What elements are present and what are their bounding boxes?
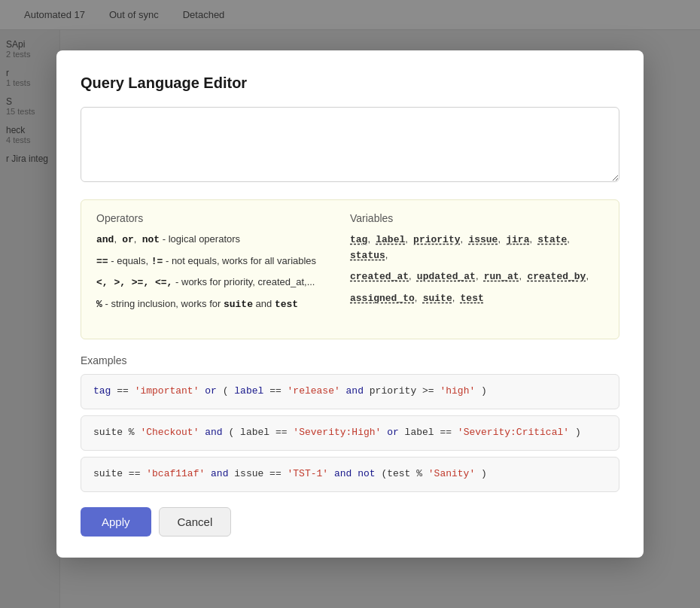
ex2-eq2: == — [440, 427, 457, 438]
reference-headers: Operators and, or, not - logical operato… — [96, 212, 604, 318]
modal-footer: Apply Cancel — [81, 507, 619, 537]
ex3-and2: and — [334, 468, 358, 479]
ex2-suite: suite — [93, 427, 123, 438]
op-compare-desc: - works for priority, created_at,... — [175, 276, 315, 287]
apply-button[interactable]: Apply — [81, 507, 151, 537]
ex3-hash: 'bcaf11af' — [146, 468, 205, 479]
var-state: state — [537, 234, 567, 245]
example-1: tag == 'important' or ( label == 'releas… — [81, 374, 619, 409]
ex2-checkout: 'Checkout' — [140, 427, 199, 438]
ex1-and: and — [346, 385, 370, 397]
ex1-eq1: == — [117, 385, 134, 397]
example-2: suite % 'Checkout' and ( label == 'Sever… — [81, 415, 619, 451]
op-and-text: and — [256, 298, 275, 309]
op-eq-desc: - equals, — [111, 255, 151, 266]
ex3-and1: and — [211, 468, 234, 479]
var-priority: priority — [413, 234, 460, 245]
ref-var-row-1: tag, label, priority, issue, jira, state… — [350, 232, 604, 263]
ex2-pct: % — [129, 427, 141, 438]
var-created-by: created_by — [527, 271, 586, 282]
var-label: label — [376, 234, 405, 245]
var-suite: suite — [423, 293, 452, 304]
ex3-paren2: ) — [481, 468, 487, 479]
ex1-important: 'important' — [135, 385, 199, 397]
op-test: test — [275, 299, 298, 310]
query-input[interactable] — [81, 107, 619, 182]
var-assigned-to: assigned_to — [350, 293, 415, 304]
ex1-or: or — [205, 385, 222, 397]
ex3-sanity: 'Sanity' — [428, 468, 475, 479]
ex1-priority: priority — [370, 385, 416, 397]
op-or: or — [122, 234, 134, 245]
ex1-paren1: ( — [223, 385, 229, 397]
ex2-sevcrit: 'Severity:Critical' — [458, 427, 569, 438]
ref-op-row-1: and, or, not - logical operators — [96, 232, 350, 248]
query-language-editor-modal: Query Language Editor Operators and, or,… — [56, 50, 644, 557]
ex1-paren2: ) — [481, 385, 487, 397]
op-percent-desc: - string inclusion, works for — [105, 298, 224, 309]
ex1-gte: >= — [422, 385, 440, 397]
var-updated-at: updated_at — [417, 271, 476, 282]
modal-title: Query Language Editor — [81, 74, 619, 92]
ex2-and: and — [205, 427, 228, 438]
ex2-label2: label — [405, 427, 434, 438]
op-percent: % — [96, 299, 102, 310]
op-eq: == — [96, 256, 108, 267]
var-test: test — [461, 293, 484, 304]
ex3-issue: issue — [234, 468, 263, 479]
ex2-or: or — [387, 427, 404, 438]
op-not: not — [142, 234, 160, 245]
ex3-not: not — [358, 468, 375, 479]
cancel-button[interactable]: Cancel — [159, 507, 232, 537]
ex2-paren1: ( — [228, 427, 234, 438]
op-and: and — [96, 234, 114, 245]
op-compare: <, >, >=, <=, — [96, 277, 172, 288]
example-3: suite == 'bcaf11af' and issue == 'TST-1'… — [81, 457, 619, 492]
ref-var-row-3: assigned_to, suite, test — [350, 290, 604, 306]
operators-column: Operators and, or, not - logical operato… — [96, 212, 350, 318]
ex3-paren1: (test % — [381, 468, 428, 479]
ex1-tag: tag — [93, 385, 111, 397]
variables-column: Variables tag, label, priority, issue, j… — [350, 212, 604, 318]
ex1-label: label — [234, 385, 263, 397]
ref-var-row-2: created_at, updated_at, run_at, created_… — [350, 269, 604, 284]
examples-label: Examples — [81, 354, 619, 366]
ex2-label1: label — [240, 427, 269, 438]
variables-header: Variables — [350, 212, 604, 224]
var-tag: tag — [350, 234, 367, 245]
reference-table: Operators and, or, not - logical operato… — [81, 199, 619, 339]
ex3-tst1: 'TST-1' — [288, 468, 329, 479]
ref-op-row-2: == - equals, != - not equals, works for … — [96, 254, 350, 269]
ex3-suite: suite — [93, 468, 123, 479]
ex2-eq1: == — [275, 427, 293, 438]
ex1-high: 'high' — [440, 385, 475, 397]
op-neq: != — [151, 256, 163, 267]
op-logical-desc: - logical operators — [163, 233, 240, 245]
var-jira: jira — [506, 234, 529, 245]
ex1-eq2: == — [269, 385, 287, 397]
operators-header: Operators — [96, 212, 350, 224]
ex3-eq2: == — [269, 468, 287, 479]
ex2-paren2: ) — [575, 427, 581, 438]
ex2-sevhigh: 'Severity:High' — [293, 427, 381, 438]
var-run-at: run_at — [484, 271, 519, 282]
op-neq-desc: - not equals, works for all variables — [166, 255, 316, 266]
op-suite: suite — [224, 299, 253, 310]
ex1-release: 'release' — [288, 385, 340, 397]
ref-op-row-4: % - string inclusion, works for suite an… — [96, 296, 350, 312]
var-issue: issue — [468, 234, 498, 245]
ex3-eq1: == — [129, 468, 146, 479]
var-status: status — [350, 250, 385, 261]
ref-op-row-3: <, >, >=, <=, - works for priority, crea… — [96, 275, 350, 290]
modal-overlay: Query Language Editor Operators and, or,… — [0, 0, 700, 608]
var-created-at: created_at — [350, 271, 409, 282]
